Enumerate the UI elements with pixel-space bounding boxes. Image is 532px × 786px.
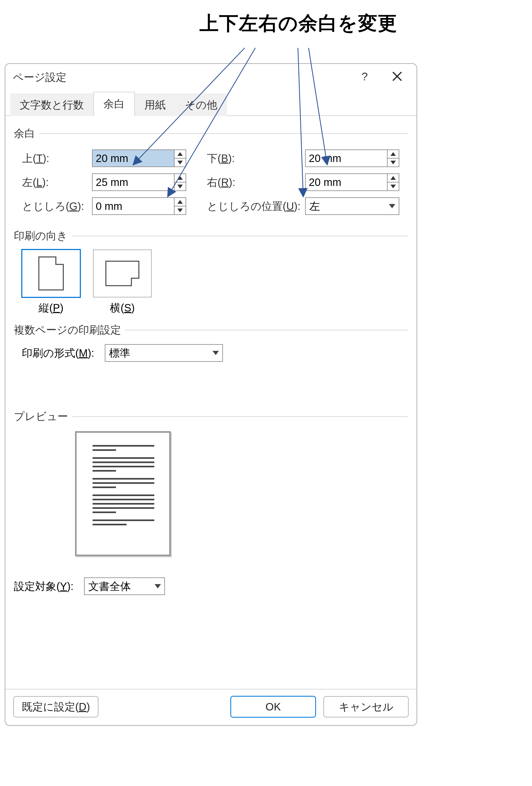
close-button[interactable] bbox=[385, 64, 409, 88]
margin-top-up[interactable] bbox=[175, 150, 186, 158]
set-default-button[interactable]: 既定に設定(D) bbox=[13, 696, 98, 717]
gutter-pos-combo[interactable]: 左 bbox=[305, 198, 399, 215]
cancel-button[interactable]: キャンセル bbox=[323, 696, 409, 717]
preview-page-icon bbox=[75, 431, 171, 556]
tab-other[interactable]: その他 bbox=[175, 93, 227, 116]
ok-button[interactable]: OK bbox=[230, 696, 316, 718]
margin-top-down[interactable] bbox=[175, 158, 186, 166]
orientation-portrait-button[interactable] bbox=[22, 250, 80, 297]
gutter-label: とじしろ(G): bbox=[22, 197, 92, 215]
annotation-caption: 上下左右の余白を変更 bbox=[200, 10, 397, 36]
rule-line bbox=[72, 236, 408, 236]
tab-margins[interactable]: 余白 bbox=[93, 92, 135, 116]
triangle-up-icon bbox=[178, 176, 183, 180]
preview-label-text: プレビュー bbox=[14, 409, 68, 424]
dialog-title: ページ設定 bbox=[13, 70, 67, 85]
apply-to-label: 設定対象(Y): bbox=[14, 579, 73, 594]
margin-left-spinner[interactable]: 25 mm bbox=[92, 174, 186, 191]
apply-to-combo[interactable]: 文書全体 bbox=[84, 577, 165, 595]
triangle-up-icon bbox=[391, 152, 396, 156]
triangle-up-icon bbox=[178, 200, 183, 204]
orientation-label-text: 印刷の向き bbox=[14, 229, 68, 243]
portrait-page-icon bbox=[38, 256, 64, 291]
margin-left-up[interactable] bbox=[175, 174, 186, 182]
gutter-pos-dropdown[interactable] bbox=[386, 198, 399, 214]
orientation-portrait-label: 縦(P) bbox=[39, 301, 63, 315]
gutter-up[interactable] bbox=[175, 198, 186, 206]
rule-line bbox=[72, 416, 408, 417]
titlebar: ページ設定 ? bbox=[5, 64, 417, 90]
orientation-landscape-label: 横(S) bbox=[110, 301, 135, 315]
triangle-down-icon bbox=[391, 161, 396, 164]
triangle-down-icon bbox=[178, 185, 183, 188]
margin-left-value[interactable]: 25 mm bbox=[93, 174, 174, 190]
margin-bottom-value[interactable]: 20 mm bbox=[306, 150, 387, 166]
margin-top-value[interactable]: 20 mm bbox=[93, 150, 174, 166]
triangle-down-icon bbox=[178, 161, 183, 164]
multipage-format-dropdown[interactable] bbox=[209, 345, 223, 361]
margin-left-label: 左(L): bbox=[22, 173, 92, 191]
landscape-page-icon bbox=[105, 261, 139, 286]
dialog-footer: 既定に設定(D) OK キャンセル bbox=[5, 689, 417, 725]
close-icon bbox=[391, 70, 403, 83]
rule-line bbox=[125, 330, 408, 330]
multipage-format-label: 印刷の形式(M): bbox=[22, 346, 94, 361]
margin-right-spinner[interactable]: 20 mm bbox=[305, 174, 399, 191]
margin-top-label: 上(T): bbox=[22, 149, 92, 167]
orientation-group-label: 印刷の向き bbox=[14, 229, 408, 243]
chevron-down-icon bbox=[212, 351, 219, 355]
multipage-label-text: 複数ページの印刷設定 bbox=[14, 323, 121, 337]
margins-label-text: 余白 bbox=[14, 126, 35, 141]
margin-top-spinner[interactable]: 20 mm bbox=[92, 149, 186, 167]
chevron-down-icon bbox=[389, 204, 395, 208]
margin-bottom-up[interactable] bbox=[388, 150, 399, 158]
margin-bottom-label: 下(B): bbox=[207, 149, 305, 167]
gutter-pos-label: とじしろの位置(U): bbox=[207, 197, 305, 215]
apply-to-dropdown[interactable] bbox=[151, 578, 164, 595]
triangle-down-icon bbox=[391, 185, 396, 188]
gutter-pos-value: 左 bbox=[306, 198, 386, 215]
rule-line bbox=[39, 133, 408, 134]
margin-right-up[interactable] bbox=[388, 174, 399, 182]
margin-right-down[interactable] bbox=[388, 182, 399, 190]
margin-right-label: 右(R): bbox=[207, 173, 305, 191]
help-button[interactable]: ? bbox=[357, 69, 373, 85]
multipage-group-label: 複数ページの印刷設定 bbox=[14, 323, 408, 337]
margin-bottom-spinner[interactable]: 20 mm bbox=[305, 149, 399, 167]
triangle-up-icon bbox=[178, 152, 183, 156]
chevron-down-icon bbox=[155, 584, 161, 588]
gutter-spinner[interactable]: 0 mm bbox=[92, 198, 186, 215]
tab-bar: 文字数と行数 余白 用紙 その他 bbox=[5, 94, 417, 116]
triangle-down-icon bbox=[178, 209, 183, 212]
margins-group-label: 余白 bbox=[14, 126, 408, 141]
margin-bottom-down[interactable] bbox=[388, 158, 399, 166]
tab-paper[interactable]: 用紙 bbox=[135, 93, 175, 116]
gutter-down[interactable] bbox=[175, 206, 186, 214]
gutter-value[interactable]: 0 mm bbox=[93, 198, 174, 214]
multipage-format-combo[interactable]: 標準 bbox=[105, 344, 223, 362]
tab-chars-lines[interactable]: 文字数と行数 bbox=[10, 93, 93, 116]
orientation-landscape-button[interactable] bbox=[93, 250, 152, 297]
margin-right-value[interactable]: 20 mm bbox=[306, 174, 387, 190]
multipage-format-value: 標準 bbox=[105, 344, 209, 362]
apply-to-value: 文書全体 bbox=[85, 577, 151, 595]
page-setup-dialog: ページ設定 ? 文字数と行数 余白 用紙 その他 余白 bbox=[5, 63, 417, 725]
triangle-up-icon bbox=[391, 176, 396, 180]
preview-group-label: プレビュー bbox=[14, 409, 408, 424]
margin-left-down[interactable] bbox=[175, 182, 186, 190]
